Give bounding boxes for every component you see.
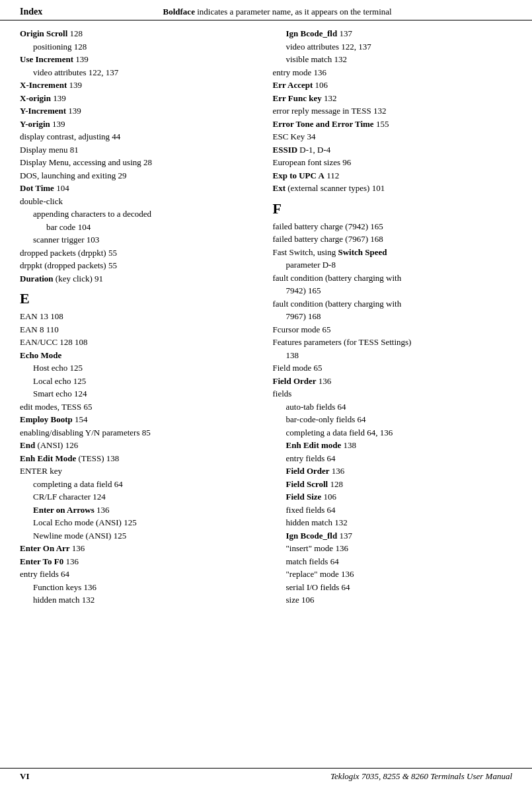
header-index-label: Index	[20, 7, 42, 17]
bold-term: Field Order	[273, 376, 317, 386]
list-item: Ign Bcode_fld 137	[273, 529, 513, 543]
footer-title: Teklogix 7035, 8255 & 8260 Terminals Use…	[330, 771, 512, 782]
section-letter-f: F	[273, 200, 513, 217]
list-item: European font sizes 96	[273, 156, 513, 169]
list-item: Dot Time 104	[20, 182, 260, 195]
list-item: fields	[273, 387, 513, 400]
page: Index Boldface indicates a parameter nam…	[0, 0, 532, 791]
bold-term: ESSID	[273, 145, 298, 155]
bold-term: Ign Bcode_fld	[286, 28, 338, 38]
list-item: EAN/UCC 128 108	[20, 336, 260, 349]
bold-term: Employ Bootp	[20, 414, 73, 424]
list-item: Field Size 106	[273, 490, 513, 504]
bold-term: Enh Edit Mode	[20, 453, 76, 463]
list-item: appending characters to a decoded	[20, 207, 260, 221]
bold-term: Duration	[20, 274, 54, 283]
list-item: Exp to UPC A 112	[273, 169, 513, 182]
bold-term: Field Order	[286, 466, 330, 476]
enter-on-arrows-item: Enter on Arrows 136	[20, 504, 260, 517]
bold-term: Enter On Arr	[20, 543, 70, 553]
list-item: fault condition (battery charging with	[273, 297, 513, 311]
list-item: Function keys 136	[20, 581, 260, 594]
bold-term: Echo Mode	[20, 350, 61, 360]
list-item: Field Scroll 128	[273, 478, 513, 491]
bold-term: Switch Speed	[338, 247, 387, 257]
list-item: ENTER key	[20, 465, 260, 478]
list-item: Enter To F0 136	[20, 555, 260, 568]
list-item: positioning 128	[20, 40, 260, 54]
list-item: Ign Bcode_fld 137	[273, 27, 513, 40]
list-item: failed battery charge (7967) 168	[273, 233, 513, 246]
list-item: ESC Key 34	[273, 130, 513, 143]
bold-term: X-origin	[20, 93, 51, 103]
list-item: Field Order 136	[273, 375, 513, 388]
list-item: completing a data field 64	[20, 478, 260, 491]
list-item: hidden match 132	[20, 593, 260, 607]
bold-term: Error Tone and Error Time	[273, 119, 374, 129]
list-item: Enh Edit Mode (TESS) 138	[20, 452, 260, 465]
list-item: Y-origin 139	[20, 118, 260, 131]
list-item: serial I/O fields 64	[273, 581, 513, 594]
list-item: display contrast, adjusting 44	[20, 130, 260, 143]
list-item: enabling/disabling Y/N parameters 85	[20, 426, 260, 439]
list-item: Smart echo 124	[20, 387, 260, 400]
list-item: error reply message in TESS 132	[273, 104, 513, 118]
list-item: 7967) 168	[273, 310, 513, 323]
bold-term: Enter To F0	[20, 556, 63, 566]
list-item: "replace" mode 136	[273, 568, 513, 581]
bold-term: Ext	[273, 183, 286, 193]
list-item: Fcursor mode 65	[273, 323, 513, 336]
bold-term: Ign Bcode_fld	[286, 531, 338, 541]
list-item: parameter D-8	[273, 258, 513, 272]
list-item: visible match 132	[273, 53, 513, 66]
list-item: bar code 104	[20, 221, 260, 234]
list-item: match fields 64	[273, 555, 513, 568]
bold-term: Use Increment	[20, 54, 73, 64]
list-item: Newline mode (ANSI) 125	[20, 529, 260, 543]
list-item: Enh Edit mode 138	[273, 439, 513, 452]
list-item: Origin Scroll 128	[20, 27, 260, 40]
list-item: auto-tab fields 64	[273, 400, 513, 414]
list-item: Ext (external scanner types) 101	[273, 182, 513, 195]
bold-term: Err Accept	[273, 80, 313, 90]
list-item: size 106	[273, 593, 513, 607]
list-item: scanner trigger 103	[20, 233, 260, 246]
list-item: Employ Bootp 154	[20, 413, 260, 426]
list-item: bar-code-only fields 64	[273, 413, 513, 426]
list-item: video attributes 122, 137	[20, 66, 260, 79]
list-item: Use Increment 139	[20, 53, 260, 66]
bold-term: Y-origin	[20, 119, 50, 129]
footer: VI Teklogix 7035, 8255 & 8260 Terminals …	[0, 768, 532, 784]
bold-term: Dot Time	[20, 183, 54, 193]
list-item: End (ANSI) 126	[20, 439, 260, 452]
list-item: EAN 13 108	[20, 310, 260, 323]
list-item: fixed fields 64	[273, 504, 513, 517]
section-letter-e: E	[20, 290, 260, 307]
bold-term: Y-Increment	[20, 106, 66, 116]
list-item: Host echo 125	[20, 361, 260, 375]
list-item: Y-Increment 139	[20, 104, 260, 118]
list-item: Local echo 125	[20, 375, 260, 388]
list-item: Duration (key click) 91	[20, 272, 260, 285]
list-item: failed battery charge (7942) 165	[273, 220, 513, 233]
list-item: Field mode 65	[273, 361, 513, 375]
list-item: 7942) 165	[273, 284, 513, 297]
bold-term: X-Increment	[20, 80, 67, 90]
bold-term: End	[20, 440, 35, 450]
list-item: Err Func key 132	[273, 92, 513, 105]
list-item: Field Order 136	[273, 465, 513, 478]
list-item: edit modes, TESS 65	[20, 400, 260, 414]
list-item: entry fields 64	[20, 568, 260, 581]
list-item: CR/LF character 124	[20, 490, 260, 504]
list-item: Err Accept 106	[273, 79, 513, 92]
bold-term: Field Scroll	[286, 479, 328, 489]
list-item: Error Tone and Error Time 155	[273, 118, 513, 131]
list-item: entry fields 64	[273, 452, 513, 465]
header-description: Boldface indicates a parameter name, as …	[42, 7, 512, 17]
list-item: dropped packets (drppkt) 55	[20, 246, 260, 260]
list-item: X-Increment 139	[20, 79, 260, 92]
header-description-text: indicates a parameter name, as it appear…	[195, 7, 392, 17]
list-item: Features parameters (for TESS Settings)	[273, 336, 513, 349]
header: Index Boldface indicates a parameter nam…	[0, 0, 532, 20]
bold-term: Err Func key	[273, 93, 322, 103]
